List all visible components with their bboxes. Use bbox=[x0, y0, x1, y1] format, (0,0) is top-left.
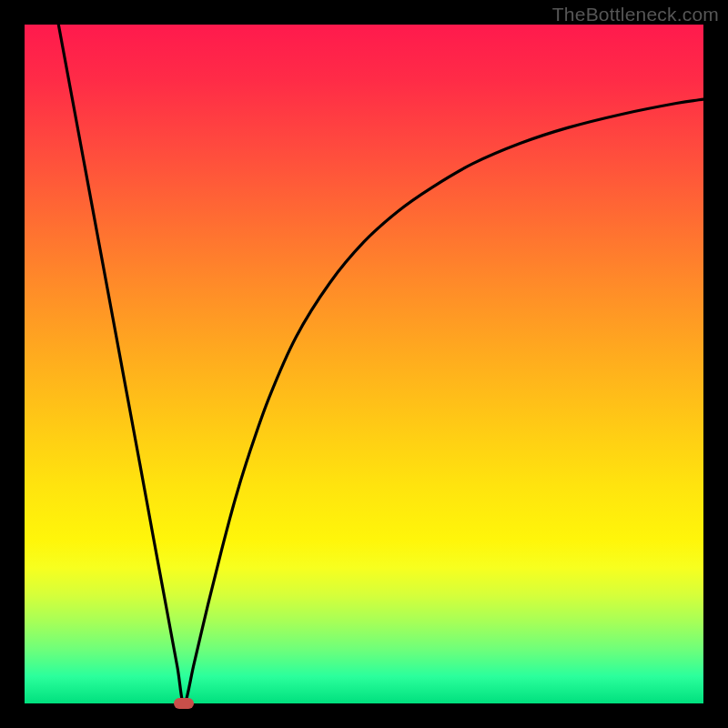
chart-frame: TheBottleneck.com bbox=[0, 0, 728, 728]
optimum-marker bbox=[174, 698, 194, 709]
watermark-text: TheBottleneck.com bbox=[552, 4, 719, 25]
bottleneck-curve bbox=[25, 25, 703, 703]
plot-area bbox=[25, 25, 703, 703]
curve-path bbox=[58, 25, 703, 703]
